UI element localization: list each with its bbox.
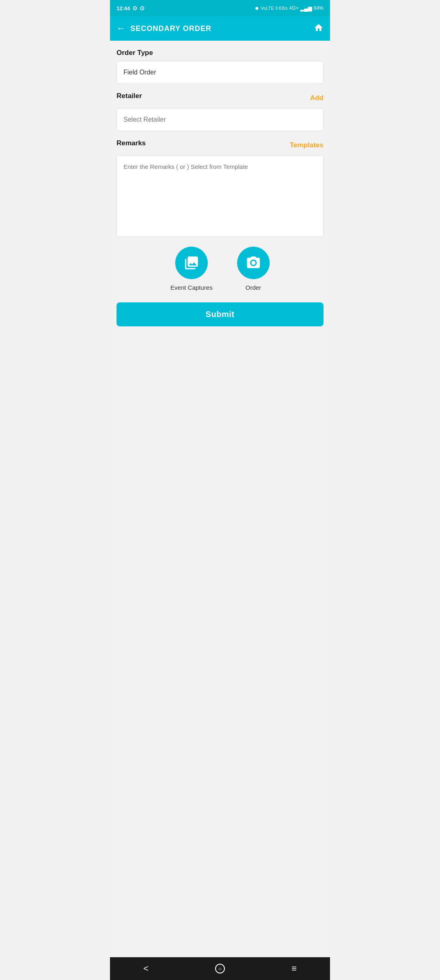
order-type-value: Field Order [117,61,323,84]
retailer-section: Retailer Add [117,92,323,139]
order-type-label: Order Type [117,49,323,57]
main-content: Order Type Field Order Retailer Add Rema… [110,41,330,957]
submit-button[interactable]: Submit [117,302,323,326]
signal-bars: ▂▄▆ [300,5,312,11]
status-right: VoLTE 0 KB/s 4G+ ▂▄▆ 84% [255,5,323,11]
nav-home-button[interactable]: ○ [215,964,225,973]
nav-menu-button[interactable]: ≡ [291,963,297,974]
battery-display: 84% [314,5,323,11]
retailer-header: Retailer Add [117,92,323,104]
status-time: 12:44 ⊙ ⊙ [117,5,145,11]
bottom-nav: < ○ ≡ [110,957,330,980]
time-display: 12:44 [117,5,130,11]
remarks-label: Remarks [117,139,146,147]
event-captures-button[interactable]: Event Captures [170,247,212,291]
retailer-label: Retailer [117,92,142,100]
page-title: SECONDARY ORDER [130,24,314,33]
retailer-input[interactable] [117,108,323,131]
order-camera-button[interactable]: Order [237,247,270,291]
status-icon-2: ⊙ [140,5,145,11]
back-button[interactable]: ← [117,23,125,34]
order-label: Order [246,284,261,291]
templates-button[interactable]: Templates [290,141,323,149]
data-speed: 0 KB/s [275,6,287,11]
retailer-add-button[interactable]: Add [310,94,323,102]
image-gallery-icon [184,255,199,271]
nav-back-button[interactable]: < [143,963,149,974]
remarks-header: Remarks Templates [117,139,323,151]
remarks-textarea[interactable] [117,155,323,237]
network-type: VoLTE [261,6,274,11]
order-circle [237,247,270,279]
event-captures-circle [175,247,208,279]
action-buttons-row: Event Captures Order [117,247,323,291]
home-button[interactable] [314,23,323,35]
app-header: ← SECONDARY ORDER [110,16,330,41]
camera-icon [246,255,261,271]
remarks-section: Remarks Templates [117,139,323,237]
network-strength: 4G+ [289,5,299,11]
status-icon-1: ⊙ [132,5,137,11]
dot-icon [255,7,258,10]
event-captures-label: Event Captures [170,284,212,291]
status-bar: 12:44 ⊙ ⊙ VoLTE 0 KB/s 4G+ ▂▄▆ 84% [110,0,330,16]
home-icon [314,23,323,33]
order-type-section: Order Type Field Order [117,49,323,84]
